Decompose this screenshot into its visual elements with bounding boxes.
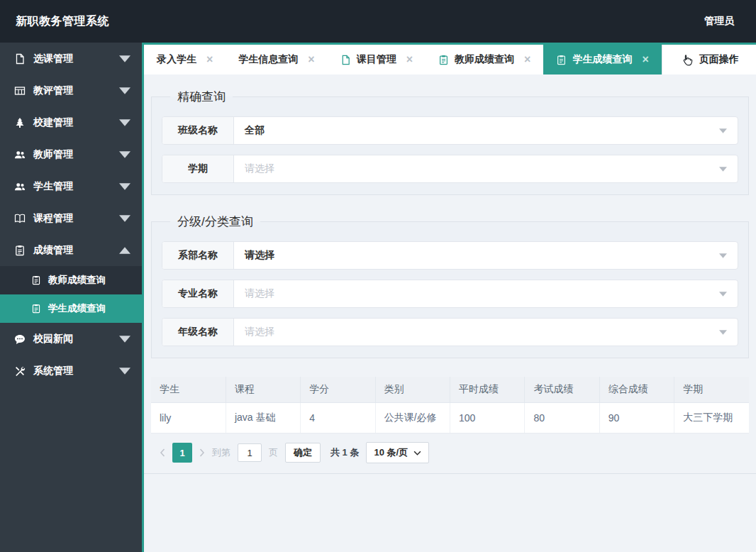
tab[interactable]: 学生成绩查询× [543,45,661,74]
clipboard-icon [14,245,26,256]
caret-down-icon [119,213,130,224]
page-number-button[interactable]: 1 [172,443,192,463]
table-cell: 80 [525,403,599,434]
sidebar-item-label: 校建管理 [33,116,73,129]
page-actions-button[interactable]: 页面操作 [662,45,756,74]
tab-label: 教师成绩查询 [455,53,514,66]
sidebar-item[interactable]: 校园新闻 [0,323,142,355]
sidebar-item-label: 选课管理 [33,53,73,65]
page-size-select[interactable]: 10 条/页 [366,442,429,463]
table-icon [14,85,26,96]
select-field[interactable]: 请选择 [234,242,738,269]
column-header: 学期 [674,377,749,403]
sidebar-subitem-label: 教师成绩查询 [48,274,106,287]
page-body: 精确查询 班级名称全部学期请选择 分级/分类查询 系部名称请选择专业名称请选择年… [144,74,756,552]
sidebar-item[interactable]: 系统管理 [0,355,142,387]
form-row: 系部名称请选择 [162,241,738,270]
caret-down-icon [719,128,727,133]
form-row: 年级名称请选择 [162,318,738,346]
tab[interactable]: 学生信息查询× [226,45,327,74]
sidebar-item-label: 系统管理 [33,365,73,377]
sidebar-item[interactable]: 教评管理 [0,74,142,106]
sidebar-item[interactable]: 校建管理 [0,106,142,138]
content-area: 录入学生×学生信息查询×课目管理×教师成绩查询×学生成绩查询× 页面操作 精确查… [142,43,756,552]
close-icon[interactable]: × [206,54,213,65]
form-row: 专业名称请选择 [162,280,738,308]
close-icon[interactable]: × [406,54,413,65]
sidebar-subitem[interactable]: 教师成绩查询 [0,266,142,294]
table-row: lilyjava 基础4公共课/必修1008090大三下学期 [151,403,749,434]
sidebar-subitem-label: 学生成绩查询 [48,302,106,315]
chevron-down-icon [413,451,421,456]
tab-bar: 录入学生×学生信息查询×课目管理×教师成绩查询×学生成绩查询× 页面操作 [144,43,756,74]
select-field[interactable]: 请选择 [234,280,738,307]
field-label: 专业名称 [162,280,234,307]
next-page-button[interactable] [199,448,205,457]
tab[interactable]: 课目管理× [328,45,426,74]
confirm-button[interactable]: 确定 [285,443,321,463]
user-menu[interactable]: 管理员 [704,15,740,28]
page-jump-input[interactable] [238,443,262,462]
table-cell: 大三下学期 [674,403,749,434]
prev-page-button[interactable] [160,448,165,457]
close-icon[interactable]: × [642,54,648,65]
users-icon [14,181,26,192]
app-title: 新职教务管理系统 [16,14,109,29]
sidebar-submenu: 教师成绩查询学生成绩查询 [0,266,142,323]
book-icon [14,213,26,224]
select-field[interactable]: 请选择 [234,155,738,182]
category-query-section: 分级/分类查询 系部名称请选择专业名称请选择年级名称请选择 [151,214,749,358]
column-header: 考试成绩 [525,377,599,403]
main-area: 选课管理教评管理校建管理教师管理学生管理课程管理成绩管理教师成绩查询学生成绩查询… [0,43,756,552]
precise-query-section: 精确查询 班级名称全部学期请选择 [151,89,749,195]
clipboard-icon [556,55,567,65]
tab[interactable]: 教师成绩查询× [426,45,543,74]
close-icon[interactable]: × [524,54,530,65]
page-unit-label: 页 [269,446,278,459]
page-actions-label: 页面操作 [699,53,739,66]
sidebar-item[interactable]: 成绩管理 [0,234,142,266]
caret-down-icon [119,53,130,65]
caret-down-icon [719,253,727,258]
select-field[interactable]: 请选择 [234,319,738,346]
table-cell: 公共课/必修 [375,403,450,434]
clipboard-icon [438,55,449,65]
sidebar-item-label: 成绩管理 [33,244,73,257]
comment-icon [14,333,26,345]
select-value: 全部 [245,124,265,137]
form-row: 班级名称全部 [162,116,738,145]
page-size-value: 10 条/页 [374,446,408,459]
sidebar-item[interactable]: 学生管理 [0,170,142,202]
sidebar-item-label: 教评管理 [33,84,73,97]
hand-pointer-icon [681,54,693,66]
sidebar-item[interactable]: 课程管理 [0,202,142,234]
sidebar-item[interactable]: 选课管理 [0,43,142,74]
field-label: 年级名称 [162,319,234,346]
tools-icon [14,365,26,377]
sidebar-subitem[interactable]: 学生成绩查询 [0,294,142,323]
close-icon[interactable]: × [308,54,314,65]
total-count-label: 共 1 条 [330,446,359,459]
pagination: 1 到第 页 确定 共 1 条 10 条/页 [144,434,756,474]
form-row: 学期请选择 [162,155,738,183]
field-label: 系部名称 [162,242,234,269]
caret-down-icon [119,333,130,345]
field-label: 学期 [162,155,234,182]
chevron-left-icon [160,448,165,457]
column-header: 学分 [301,377,375,403]
chevron-right-icon [199,448,205,457]
sidebar-item[interactable]: 教师管理 [0,138,142,170]
sidebar-item-label: 课程管理 [33,212,73,225]
field-label: 班级名称 [162,117,234,144]
caret-down-icon [119,181,130,192]
tab[interactable]: 录入学生× [144,45,226,74]
select-field[interactable]: 全部 [234,117,738,144]
file-icon [340,55,351,65]
app-window: 新职教务管理系统 管理员 选课管理教评管理校建管理教师管理学生管理课程管理成绩管… [0,0,756,552]
column-header: 综合成绩 [599,377,674,403]
column-header: 学生 [151,377,226,403]
sidebar: 选课管理教评管理校建管理教师管理学生管理课程管理成绩管理教师成绩查询学生成绩查询… [0,43,142,552]
column-header: 类别 [375,377,450,403]
select-value: 请选择 [245,162,274,175]
caret-down-icon [119,365,130,377]
